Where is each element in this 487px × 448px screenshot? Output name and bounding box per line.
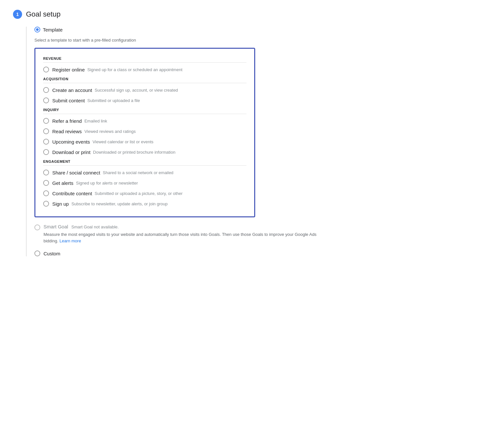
template-radio[interactable]: [34, 27, 40, 32]
page-title: Goal setup: [26, 10, 60, 19]
sign-up-desc: Subscribe to newsletter, update alerts, …: [71, 201, 168, 206]
inquiry-label: INQUIRY: [43, 108, 246, 114]
smart-goal-radio[interactable]: [34, 224, 40, 230]
download-print-radio[interactable]: [43, 149, 49, 155]
list-item[interactable]: Share / social connect Shared to a socia…: [43, 170, 246, 175]
list-item[interactable]: Read reviews Viewed reviews and ratings: [43, 128, 246, 134]
list-item[interactable]: Create an account Successful sign up, ac…: [43, 87, 246, 93]
submit-content-label: Submit content: [52, 98, 85, 103]
register-online-radio[interactable]: [43, 67, 49, 72]
contribute-content-label: Contribute content: [52, 191, 92, 196]
read-reviews-radio[interactable]: [43, 128, 49, 134]
custom-radio[interactable]: [34, 250, 40, 256]
read-reviews-label: Read reviews: [52, 129, 82, 134]
read-reviews-desc: Viewed reviews and ratings: [84, 129, 136, 134]
list-item[interactable]: Upcoming events Viewed calendar or list …: [43, 139, 246, 145]
vertical-divider: [26, 27, 27, 256]
revenue-label: REVENUE: [43, 57, 246, 63]
learn-more-link[interactable]: Learn more: [59, 238, 81, 243]
upcoming-events-label: Upcoming events: [52, 139, 90, 145]
list-item[interactable]: Get alerts Signed up for alerts or newsl…: [43, 180, 246, 186]
share-social-label: Share / social connect: [52, 170, 100, 175]
refer-friend-desc: Emailed link: [84, 119, 107, 123]
template-option-row[interactable]: Template: [34, 27, 474, 32]
inquiry-section: INQUIRY Refer a friend Emailed link Read…: [43, 108, 246, 155]
share-social-desc: Shared to a social network or emailed: [103, 170, 174, 175]
acquisition-items: Create an account Successful sign up, ac…: [43, 87, 246, 103]
contribute-content-desc: Submitted or uploaded a picture, story, …: [95, 191, 183, 196]
register-online-label: Register online: [52, 67, 85, 72]
list-item[interactable]: Sign up Subscribe to newsletter, update …: [43, 201, 246, 207]
create-account-desc: Successful sign up, account, or view cre…: [95, 88, 178, 93]
sign-up-radio[interactable]: [43, 201, 49, 207]
refer-friend-label: Refer a friend: [52, 118, 82, 124]
engagement-label: ENGAGEMENT: [43, 160, 246, 166]
share-social-radio[interactable]: [43, 170, 49, 175]
get-alerts-radio[interactable]: [43, 180, 49, 186]
contribute-content-radio[interactable]: [43, 190, 49, 196]
template-radio-label: Template: [43, 27, 63, 32]
custom-section[interactable]: Custom: [34, 250, 474, 256]
step-badge: 1: [13, 10, 22, 19]
inquiry-items: Refer a friend Emailed link Read reviews…: [43, 118, 246, 155]
register-online-desc: Signed up for a class or scheduled an ap…: [87, 67, 182, 72]
template-description: Select a template to start with a pre-fi…: [34, 38, 474, 43]
upcoming-events-desc: Viewed calendar or list or events: [93, 139, 154, 144]
template-box: REVENUE Register online Signed up for a …: [34, 48, 255, 217]
custom-label: Custom: [44, 251, 60, 256]
engagement-section: ENGAGEMENT Share / social connect Shared…: [43, 160, 246, 207]
download-print-desc: Downloaded or printed brochure informati…: [93, 150, 176, 155]
list-item[interactable]: Refer a friend Emailed link: [43, 118, 246, 124]
smart-goal-not-available: Smart Goal not available.: [71, 224, 119, 229]
upcoming-events-radio[interactable]: [43, 139, 49, 145]
revenue-items: Register online Signed up for a class or…: [43, 67, 246, 72]
download-print-label: Download or print: [52, 149, 91, 155]
submit-content-desc: Submitted or uploaded a file: [87, 98, 140, 103]
acquisition-label: ACQUISITION: [43, 77, 246, 83]
smart-goal-title: Smart Goal: [44, 224, 68, 229]
smart-goal-content: Smart Goal Smart Goal not available. Mea…: [44, 224, 323, 244]
list-item[interactable]: Download or print Downloaded or printed …: [43, 149, 246, 155]
revenue-section: REVENUE Register online Signed up for a …: [43, 57, 246, 72]
create-account-radio[interactable]: [43, 87, 49, 93]
acquisition-section: ACQUISITION Create an account Successful…: [43, 77, 246, 103]
list-item[interactable]: Contribute content Submitted or uploaded…: [43, 190, 246, 196]
create-account-label: Create an account: [52, 87, 92, 93]
goal-setup-header: 1 Goal setup: [13, 10, 474, 19]
smart-goal-section: Smart Goal Smart Goal not available. Mea…: [34, 224, 474, 244]
get-alerts-desc: Signed up for alerts or newsletter: [76, 181, 138, 186]
list-item[interactable]: Register online Signed up for a class or…: [43, 67, 246, 72]
submit-content-radio[interactable]: [43, 97, 49, 103]
refer-friend-radio[interactable]: [43, 118, 49, 124]
sign-up-label: Sign up: [52, 201, 69, 207]
list-item[interactable]: Submit content Submitted or uploaded a f…: [43, 97, 246, 103]
get-alerts-label: Get alerts: [52, 180, 73, 186]
smart-goal-explanation: Measure the most engaged visits to your …: [44, 231, 323, 244]
engagement-items: Share / social connect Shared to a socia…: [43, 170, 246, 207]
